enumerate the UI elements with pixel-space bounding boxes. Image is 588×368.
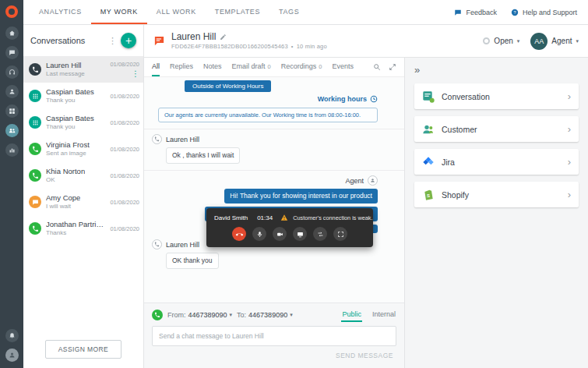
chat-filter-tab[interactable]: Replies bbox=[170, 58, 193, 76]
clock-icon bbox=[370, 95, 378, 103]
expand-view-icon[interactable] bbox=[389, 63, 396, 71]
chevron-down-icon: ▾ bbox=[290, 312, 293, 318]
transfer-call-button[interactable] bbox=[313, 227, 327, 241]
to-number-dropdown[interactable]: To: 4467389090 ▾ bbox=[237, 311, 293, 319]
edit-name-icon[interactable] bbox=[220, 34, 227, 41]
chat-column: AllRepliesNotesEmail draft0Recordings0Ev… bbox=[144, 58, 405, 368]
agent-message: Hi! Thank you for showing interest in ou… bbox=[224, 189, 378, 203]
to-label: To: bbox=[237, 311, 246, 319]
messages-icon[interactable] bbox=[5, 46, 19, 59]
last-activity: 10 min ago bbox=[297, 43, 327, 51]
visibility-tab[interactable]: Public bbox=[341, 308, 362, 322]
chat-filter-tab[interactable]: Notes bbox=[203, 58, 222, 76]
separator-dot: • bbox=[291, 43, 294, 51]
conversation-list-item[interactable]: Virginia Frost Sent an image 01/08/2020 … bbox=[23, 136, 143, 162]
topnav-tab-label: TAGS bbox=[279, 8, 299, 16]
conversation-preview: Thank you bbox=[46, 97, 94, 104]
working-hours-label: Working hours bbox=[318, 95, 367, 103]
conversation-list-item[interactable]: Caspian Bates Thank you 01/08/2020 ⋮ bbox=[23, 83, 143, 109]
conversations-menu-icon[interactable]: ⋮ bbox=[104, 36, 121, 46]
search-icon[interactable] bbox=[373, 63, 381, 71]
feedback-icon bbox=[454, 9, 462, 16]
context-card[interactable]: S Shopify › bbox=[414, 182, 579, 207]
screen-share-button[interactable] bbox=[293, 227, 307, 241]
conversation-name: Caspian Bates bbox=[46, 87, 94, 97]
context-card[interactable]: Conversation › bbox=[414, 83, 579, 109]
channel-icon bbox=[29, 63, 41, 76]
conversation-preview: OK bbox=[46, 176, 85, 184]
topnav-tab-label: ALL WORK bbox=[157, 8, 196, 16]
visibility-tab[interactable]: Internal bbox=[371, 308, 396, 322]
message-input[interactable] bbox=[152, 326, 396, 346]
contacts-icon[interactable] bbox=[5, 85, 19, 98]
chat-tab-count: 0 bbox=[319, 63, 322, 70]
conversation-date: 01/08/2020 bbox=[110, 172, 139, 179]
message-author: Agent bbox=[345, 177, 364, 185]
chevron-right-icon: › bbox=[568, 124, 571, 134]
new-conversation-button[interactable]: + bbox=[121, 33, 136, 48]
call-widget[interactable]: David Smith 01:34 Customer's connection … bbox=[206, 208, 373, 247]
conversation-list-item[interactable]: Amy Cope I will wait 01/08/2020 ⋮ bbox=[23, 189, 143, 215]
app-window: ANALYTICSMY WORKALL WORKTEMPLATESTAGS Fe… bbox=[0, 0, 588, 368]
topnav-tab[interactable]: ANALYTICS bbox=[30, 0, 91, 24]
account-avatar[interactable] bbox=[5, 349, 19, 362]
chat-filter-tab[interactable]: Email draft0 bbox=[232, 58, 271, 76]
topnav-tab[interactable]: TEMPLATES bbox=[206, 0, 269, 24]
topnav-tabs: ANALYTICSMY WORKALL WORKTEMPLATESTAGS bbox=[30, 0, 308, 24]
chat-tab-label: Notes bbox=[203, 62, 222, 70]
chevron-down-icon: ▾ bbox=[517, 38, 520, 44]
collapse-panel-icon[interactable]: » bbox=[414, 64, 427, 76]
support-headset-icon[interactable] bbox=[5, 65, 19, 79]
fullscreen-button[interactable] bbox=[333, 227, 347, 241]
chat-filter-tab[interactable]: Recordings0 bbox=[281, 58, 322, 76]
visibility-tabs: PublicInternal bbox=[341, 308, 396, 322]
card-icon bbox=[422, 156, 435, 168]
chat-filter-tab[interactable]: All bbox=[152, 58, 160, 76]
card-label: Jira bbox=[442, 157, 455, 167]
from-number-dropdown[interactable]: From: 4467389090 ▾ bbox=[167, 311, 232, 319]
infobip-logo[interactable] bbox=[5, 5, 18, 18]
mute-microphone-button[interactable] bbox=[252, 227, 266, 241]
chat-header: Lauren Hill FDD62E4F7BBB1582DB0D16620054… bbox=[144, 25, 588, 58]
context-card[interactable]: Jira › bbox=[414, 149, 579, 175]
send-message-button[interactable]: SEND MESSAGE bbox=[333, 350, 396, 361]
conversation-name: Lauren Hill bbox=[46, 61, 85, 70]
topnav-tab[interactable]: MY WORK bbox=[91, 0, 147, 24]
notifications-icon[interactable] bbox=[5, 329, 19, 342]
assign-more-button[interactable]: ASSIGN MORE bbox=[45, 340, 121, 359]
conversation-preview: I will wait bbox=[46, 203, 80, 211]
end-call-button[interactable] bbox=[232, 227, 246, 241]
channel-icon bbox=[29, 143, 41, 155]
camera-button[interactable] bbox=[273, 227, 287, 241]
chevron-right-icon: › bbox=[568, 91, 571, 101]
conversation-id: FDD62E4F7BBB1582DB0D166200545463 bbox=[171, 43, 288, 51]
conversation-list-item[interactable]: Khia Norton OK 01/08/2020 ⋮ bbox=[23, 162, 143, 189]
from-label: From: bbox=[167, 311, 186, 319]
customer-message: OK thank you bbox=[166, 253, 219, 269]
svg-text:?: ? bbox=[513, 9, 516, 14]
topnav-tab-label: ANALYTICS bbox=[39, 8, 82, 16]
conversation-menu-icon[interactable]: ⋮ bbox=[132, 69, 139, 78]
apps-grid-icon[interactable] bbox=[5, 104, 19, 118]
feedback-button[interactable]: Feedback bbox=[454, 9, 497, 16]
agents-icon[interactable] bbox=[5, 124, 19, 137]
analytics-icon[interactable] bbox=[5, 143, 19, 157]
context-card[interactable]: Customer › bbox=[414, 116, 579, 142]
status-dropdown[interactable]: Open ▾ bbox=[483, 37, 519, 45]
conversation-date: 01/08/2020 bbox=[110, 61, 139, 68]
home-icon[interactable] bbox=[5, 27, 19, 40]
topnav-tab[interactable]: ALL WORK bbox=[147, 0, 206, 24]
context-cards: Conversation › Customer › Jira › S Shopi… bbox=[414, 83, 579, 207]
conversation-date: 01/08/2020 bbox=[110, 199, 139, 206]
help-button[interactable]: ? Help and Support bbox=[511, 9, 577, 16]
help-icon: ? bbox=[511, 9, 519, 16]
topnav-tab[interactable]: TAGS bbox=[269, 0, 308, 24]
card-label: Shopify bbox=[442, 190, 469, 200]
chat-tab-label: Recordings bbox=[281, 62, 317, 70]
agent-dropdown[interactable]: AA Agent ▾ bbox=[530, 33, 579, 50]
conversation-list-item[interactable]: Lauren Hill Last message 01/08/2020 ⋮ bbox=[23, 56, 143, 83]
conversation-list-item[interactable]: Caspian Bates Thank you 01/08/2020 ⋮ bbox=[23, 109, 143, 136]
conversation-list-item[interactable]: Jonathan Partridge Thanks 01/08/2020 ⋮ bbox=[23, 215, 143, 242]
chat-filter-tab[interactable]: Events bbox=[332, 58, 354, 76]
card-label: Customer bbox=[442, 125, 477, 134]
